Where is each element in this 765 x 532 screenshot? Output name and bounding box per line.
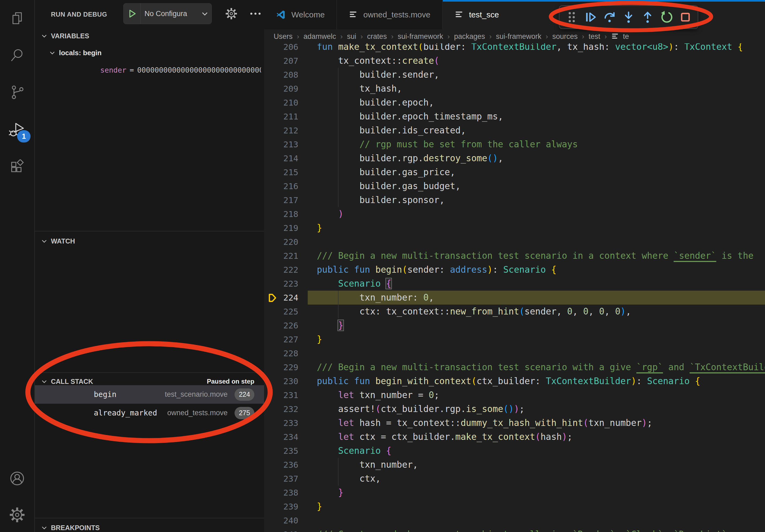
code-line-content[interactable]: txn_number, (308, 458, 765, 472)
breadcrumb-item[interactable]: adamwelc (304, 32, 336, 41)
code-line[interactable]: 229/// Begin a new multi-transaction tes… (264, 360, 765, 374)
code-line-content[interactable]: // rgp must be set from the caller alway… (308, 137, 765, 151)
code-line[interactable]: 225 ctx: tx_context::new_from_hint(sende… (264, 305, 765, 319)
breadcrumb-item[interactable]: test (589, 32, 600, 41)
breadcrumb-file[interactable]: te (623, 32, 629, 41)
code-line-content[interactable]: builder.sponsor, (308, 193, 765, 207)
code-line-content[interactable]: let ctx = ctx_builder.make_tx_context(ha… (308, 430, 765, 444)
code-line[interactable]: 222public fun begin(sender: address): Sc… (264, 263, 765, 277)
code-line-content[interactable]: /// Begin a new multi-transaction test s… (308, 249, 765, 263)
code-line-content[interactable]: public fun begin_with_context(ctx_builde… (308, 374, 765, 388)
code-line[interactable]: 239} (264, 500, 765, 513)
code-line[interactable]: 227} (264, 333, 765, 346)
breadcrumb-item[interactable]: packages (454, 32, 485, 41)
code-line[interactable]: 234 let ctx = ctx_builder.make_tx_contex… (264, 430, 765, 444)
code-line[interactable]: 223 Scenario { (264, 277, 765, 291)
sidebar-item-explorer[interactable] (0, 3, 34, 35)
line-number[interactable]: 222 (264, 263, 308, 277)
line-number[interactable]: 211 (264, 110, 308, 124)
line-number[interactable]: 221 (264, 249, 308, 263)
line-number[interactable]: 220 (264, 235, 308, 249)
code-line[interactable]: 237 ctx, (264, 472, 765, 486)
code-line[interactable]: 211 builder.epoch_timestamp_ms, (264, 110, 765, 124)
account-button[interactable] (0, 463, 34, 495)
line-number[interactable]: 227 (264, 333, 308, 346)
breadcrumb-item[interactable]: sui-framework (398, 32, 443, 41)
line-number[interactable]: 237 (264, 472, 308, 486)
line-number[interactable]: 218 (264, 207, 308, 221)
watch-section-header[interactable]: WATCH (35, 232, 264, 250)
code-line-content[interactable]: /// Begin a new multi-transaction test s… (308, 360, 765, 374)
code-line-content[interactable]: let hash = tx_context::dummy_tx_hash_wit… (308, 416, 765, 430)
code-line-content[interactable]: ) (308, 207, 765, 221)
line-number[interactable]: 239 (264, 500, 308, 513)
sidebar-item-source-control[interactable] (0, 77, 34, 109)
code-line-content[interactable]: Scenario { (308, 444, 765, 458)
line-number[interactable]: 210 (264, 96, 308, 110)
code-line[interactable]: 233 let hash = tx_context::dummy_tx_hash… (264, 416, 765, 430)
line-number[interactable]: 236 (264, 458, 308, 472)
stop-button[interactable] (677, 8, 694, 26)
start-debug-icon[interactable] (124, 3, 141, 24)
line-number[interactable]: 213 (264, 137, 308, 151)
code-line-content[interactable] (308, 346, 765, 360)
variable-row[interactable]: sender = 0000000000000000000000000000000… (100, 62, 261, 78)
line-number[interactable]: 214 (264, 151, 308, 165)
line-number[interactable]: 212 (264, 124, 308, 137)
code-line-content[interactable]: builder.gas_price, (308, 165, 765, 179)
code-line[interactable]: 236 txn_number, (264, 458, 765, 472)
breadcrumb-item[interactable]: sui (347, 32, 356, 41)
code-line[interactable]: 209 tx_hash, (264, 82, 765, 96)
line-number[interactable]: 206 (264, 43, 308, 54)
tab-owned-tests-move[interactable]: owned_tests.move (337, 0, 442, 30)
code-line-content[interactable]: fun make_tx_context(builder: TxContextBu… (308, 43, 765, 54)
breakpoints-section-header[interactable]: BREAKPOINTS (35, 519, 264, 532)
call-stack-frame-begin[interactable]: begintest_scenario.move224 (35, 385, 264, 404)
code-line[interactable]: 210 builder.epoch, (264, 96, 765, 110)
code-line[interactable]: 215 builder.gas_price, (264, 165, 765, 179)
code-line-content[interactable]: } (308, 319, 765, 333)
code-line-content[interactable]: } (308, 333, 765, 346)
more-actions-icon[interactable] (247, 5, 264, 23)
code-line[interactable]: 240 (264, 513, 765, 527)
line-number[interactable]: 216 (264, 179, 308, 193)
tab-welcome[interactable]: Welcome (264, 0, 337, 30)
code-line[interactable]: 232 assert!(ctx_builder.rgp.is_some()); (264, 402, 765, 416)
line-number[interactable]: 208 (264, 68, 308, 82)
code-line[interactable]: 226 } (264, 319, 765, 333)
line-number[interactable]: 223 (264, 277, 308, 291)
code-line[interactable]: 213 // rgp must be set from the caller a… (264, 137, 765, 151)
current-execution-line[interactable]: 224 txn_number: 0, (264, 291, 765, 305)
breadcrumb-item[interactable]: Users (274, 32, 293, 41)
code-line-content[interactable]: } (308, 500, 765, 513)
line-number[interactable]: 224 (264, 291, 308, 305)
code-line[interactable]: 216 builder.gas_budget, (264, 179, 765, 193)
line-number[interactable]: 207 (264, 54, 308, 68)
code-line-content[interactable] (308, 235, 765, 249)
code-line[interactable]: 228 (264, 346, 765, 360)
line-number[interactable]: 231 (264, 388, 308, 402)
code-line-content[interactable]: ctx, (308, 472, 765, 486)
code-line-content[interactable]: let txn_number = 0; (308, 388, 765, 402)
line-number[interactable]: 238 (264, 486, 308, 500)
line-number[interactable]: 230 (264, 374, 308, 388)
breadcrumb-item[interactable]: crates (367, 32, 387, 41)
code-line-content[interactable]: assert!(ctx_builder.rgp.is_some()); (308, 402, 765, 416)
sidebar-item-run-and-debug[interactable]: 1 (0, 114, 34, 146)
line-number[interactable]: 233 (264, 416, 308, 430)
line-number[interactable]: 217 (264, 193, 308, 207)
line-number[interactable]: 240 (264, 513, 308, 527)
code-line[interactable]: 212 builder.ids_created, (264, 124, 765, 137)
code-editor[interactable]: 206fun make_tx_context(builder: TxContex… (264, 43, 765, 532)
code-line-content[interactable]: builder.rgp.destroy_some(), (308, 151, 765, 165)
code-line-content[interactable]: builder.gas_budget, (308, 179, 765, 193)
code-line[interactable]: 217 builder.sponsor, (264, 193, 765, 207)
code-line[interactable]: 218 ) (264, 207, 765, 221)
sidebar-item-search[interactable] (0, 40, 34, 72)
line-number[interactable]: 228 (264, 346, 308, 360)
code-line[interactable]: 206fun make_tx_context(builder: TxContex… (264, 43, 765, 54)
code-line-content[interactable]: /// Creates and shares system objects, a… (308, 527, 765, 532)
step-over-button[interactable] (601, 8, 618, 26)
code-line[interactable]: 241/// Creates and shares system objects… (264, 527, 765, 532)
line-number[interactable]: 209 (264, 82, 308, 96)
